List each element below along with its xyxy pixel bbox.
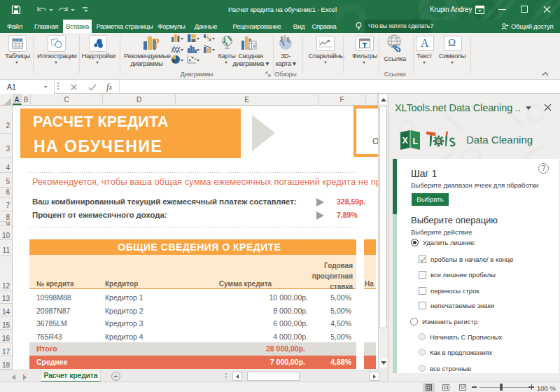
svg-text:?: ? [153, 36, 160, 50]
svg-text:X: X [402, 136, 409, 146]
svg-text:L: L [413, 136, 419, 146]
